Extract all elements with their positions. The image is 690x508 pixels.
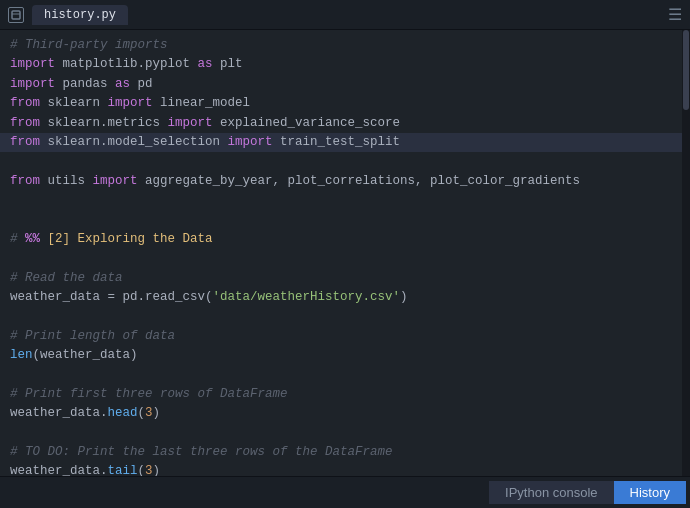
code-line-cell: # %% [2] Exploring the Data — [10, 230, 680, 249]
code-line — [10, 191, 680, 210]
scrollbar-thumb[interactable] — [683, 30, 689, 110]
title-bar-left: history.py — [8, 5, 128, 25]
ipython-console-button[interactable]: IPython console — [489, 481, 614, 504]
code-line — [10, 424, 680, 443]
svg-rect-0 — [12, 11, 20, 19]
tab-label: history.py — [44, 8, 116, 22]
bottom-toolbar: IPython console History — [0, 476, 690, 508]
code-line: # Read the data — [10, 269, 680, 288]
title-bar-right: ☰ — [668, 5, 682, 25]
history-label: History — [630, 485, 670, 500]
code-line — [10, 365, 680, 384]
code-line — [10, 210, 680, 229]
scrollbar[interactable] — [682, 30, 690, 476]
code-line — [10, 307, 680, 326]
code-line: import matplotlib.pyplot as plt — [10, 55, 680, 74]
code-line — [10, 249, 680, 268]
code-line: len(weather_data) — [10, 346, 680, 365]
code-line: # Third-party imports — [10, 36, 680, 55]
code-line: from sklearn.metrics import explained_va… — [10, 114, 680, 133]
hamburger-menu-icon[interactable]: ☰ — [668, 7, 682, 25]
code-line: from utils import aggregate_by_year, plo… — [10, 172, 680, 191]
code-line: from sklearn import linear_model — [10, 94, 680, 113]
code-line: weather_data = pd.read_csv('data/weather… — [10, 288, 680, 307]
window-icon — [8, 7, 24, 23]
code-line: # Print length of data — [10, 327, 680, 346]
file-tab[interactable]: history.py — [32, 5, 128, 25]
code-line: import pandas as pd — [10, 75, 680, 94]
history-button[interactable]: History — [614, 481, 686, 504]
code-line: # TO DO: Print the last three rows of th… — [10, 443, 680, 462]
code-line: weather_data.head(3) — [10, 404, 680, 423]
code-line — [10, 152, 680, 171]
code-line: weather_data.tail(3) — [10, 462, 680, 476]
code-editor: # Third-party imports import matplotlib.… — [0, 30, 690, 476]
console-label: IPython console — [505, 485, 598, 500]
title-bar: history.py ☰ — [0, 0, 690, 30]
code-line: # Print first three rows of DataFrame — [10, 385, 680, 404]
code-line-highlighted: from sklearn.model_selection import trai… — [0, 133, 690, 152]
